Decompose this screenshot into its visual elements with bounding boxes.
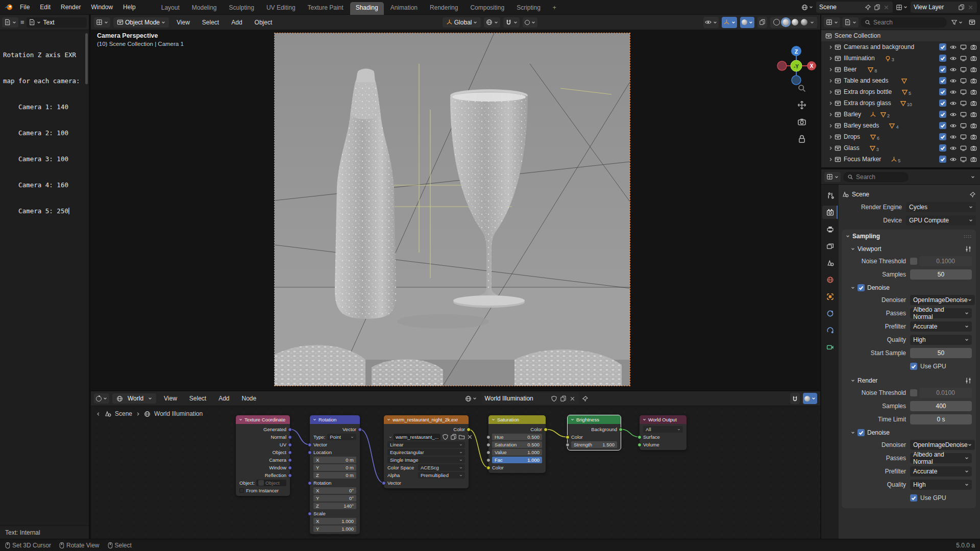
output-target-dropdown[interactable]: All bbox=[643, 426, 683, 433]
output-socket-object[interactable] bbox=[288, 450, 292, 455]
workspace-tab-texture-paint[interactable]: Texture Paint bbox=[302, 2, 349, 15]
hide-icon[interactable] bbox=[950, 78, 957, 84]
mode-selector[interactable]: Object Mode bbox=[113, 17, 169, 28]
tab-object-data-camera[interactable] bbox=[822, 340, 838, 354]
node-environment-texture[interactable]: warm_restaurant_night_2k.exr Color warm_… bbox=[384, 415, 469, 488]
render-noise-threshold-checkbox[interactable] bbox=[910, 389, 917, 396]
expand-icon[interactable] bbox=[828, 79, 833, 83]
hide-icon[interactable] bbox=[950, 134, 957, 140]
sliders-icon[interactable] bbox=[965, 245, 972, 253]
node-saturation[interactable]: Saturation Color Hue0.500 Saturation0.50… bbox=[488, 415, 546, 473]
output-socket-generated[interactable] bbox=[288, 428, 292, 432]
viewport-canvas[interactable]: Camera Perspective (10) Scene Collection… bbox=[91, 30, 820, 390]
alpha-dropdown[interactable]: Premultiplied bbox=[418, 472, 465, 479]
saturation-field[interactable]: Saturation0.500 bbox=[492, 441, 542, 448]
viewport-disable-icon[interactable] bbox=[960, 122, 967, 129]
world-browse-button[interactable] bbox=[463, 394, 479, 403]
tab-physics[interactable] bbox=[822, 307, 838, 320]
viewport-disable-icon[interactable] bbox=[960, 100, 967, 107]
navigation-gizmo[interactable]: Z X -Y bbox=[775, 44, 818, 87]
viewport-disable-icon[interactable] bbox=[960, 156, 967, 163]
blender-logo-icon[interactable] bbox=[4, 3, 13, 11]
workspace-tab-shading[interactable]: Shading bbox=[350, 2, 384, 15]
render-prefilter-dropdown[interactable]: Accurate bbox=[910, 466, 972, 477]
outliner-display-mode[interactable] bbox=[824, 17, 840, 28]
viewport-disable-icon[interactable] bbox=[960, 111, 967, 118]
collection-checkbox[interactable] bbox=[939, 144, 946, 152]
show-overlays-toggle[interactable] bbox=[740, 17, 754, 28]
outliner-row[interactable]: Barley 2 bbox=[821, 109, 980, 120]
expand-icon[interactable] bbox=[828, 90, 833, 94]
show-gizmo-toggle[interactable] bbox=[722, 17, 737, 28]
scale-y-field[interactable]: Y1.000 bbox=[313, 525, 356, 532]
menu-edit[interactable]: Edit bbox=[35, 2, 55, 12]
outliner-row[interactable]: Illumination 3 bbox=[821, 53, 980, 64]
sampling-panel-header[interactable]: Sampling:::: bbox=[842, 230, 976, 243]
viewport-disable-icon[interactable] bbox=[960, 145, 967, 152]
render-noise-threshold-value[interactable]: 0.0100 bbox=[919, 388, 972, 398]
shading-rendered-button[interactable] bbox=[801, 19, 807, 26]
output-socket-color[interactable] bbox=[467, 428, 471, 432]
world-datablock-field[interactable]: World Illumination bbox=[482, 393, 579, 404]
workspace-tab-animation[interactable]: Animation bbox=[385, 2, 423, 15]
expand-icon[interactable] bbox=[828, 157, 833, 162]
output-socket-camera[interactable] bbox=[288, 458, 292, 462]
outliner-row[interactable]: Barley seeds 4 bbox=[821, 120, 980, 131]
viewport-disable-icon[interactable] bbox=[960, 55, 967, 62]
zoom-tool-icon[interactable] bbox=[797, 84, 806, 93]
shading-solid-button[interactable] bbox=[782, 19, 789, 26]
proportional-editing-toggle[interactable] bbox=[523, 17, 537, 28]
render-use-gpu-checkbox[interactable] bbox=[910, 494, 917, 502]
hide-icon[interactable] bbox=[950, 66, 957, 73]
collection-checkbox[interactable] bbox=[939, 88, 946, 95]
fake-user-shield-icon[interactable] bbox=[442, 434, 449, 440]
render-disable-icon[interactable] bbox=[970, 122, 977, 129]
output-socket-background[interactable] bbox=[619, 428, 623, 432]
editor-type-selector[interactable] bbox=[94, 393, 109, 404]
collection-checkbox[interactable] bbox=[939, 77, 946, 84]
new-scene-icon[interactable] bbox=[874, 4, 880, 11]
tab-object[interactable] bbox=[822, 290, 838, 303]
input-socket-vector[interactable] bbox=[308, 443, 312, 447]
node-texture-coordinate[interactable]: Texture Coordinate Generated Normal UV O… bbox=[236, 415, 290, 496]
projection-dropdown[interactable]: Equirectangular bbox=[387, 449, 465, 456]
expand-icon[interactable] bbox=[828, 123, 833, 128]
pin-icon[interactable] bbox=[865, 4, 871, 11]
outliner-search-input[interactable]: Search bbox=[861, 17, 947, 28]
workspace-tab-rendering[interactable]: Rendering bbox=[424, 2, 463, 15]
node-world-output[interactable]: World Output All Surface Volume bbox=[640, 415, 687, 450]
expand-icon[interactable] bbox=[828, 146, 833, 151]
input-socket-color[interactable] bbox=[486, 466, 491, 470]
workspace-tab-compositing[interactable]: Compositing bbox=[464, 2, 510, 15]
viewport-disable-icon[interactable] bbox=[960, 89, 967, 95]
outliner-row[interactable]: Glass 3 bbox=[821, 142, 980, 154]
render-disable-icon[interactable] bbox=[970, 89, 977, 95]
text-editor-scrollbar[interactable] bbox=[85, 33, 88, 84]
shader-type-selector[interactable]: World bbox=[112, 393, 156, 404]
viewport-quality-dropdown[interactable]: High bbox=[910, 335, 972, 345]
outliner-row[interactable]: Table and seeds bbox=[821, 75, 980, 86]
rotation-y-field[interactable]: Y0° bbox=[313, 495, 356, 502]
location-x-field[interactable]: X0 m bbox=[313, 457, 356, 463]
image-name-field[interactable]: warm_restaurant_... bbox=[394, 434, 440, 440]
render-quality-dropdown[interactable]: High bbox=[910, 480, 972, 490]
location-y-field[interactable]: Y0 m bbox=[313, 464, 356, 471]
render-disable-icon[interactable] bbox=[970, 100, 977, 107]
render-denoise-checkbox[interactable] bbox=[857, 429, 865, 436]
overlays-toggle[interactable] bbox=[803, 393, 817, 404]
render-subpanel-header[interactable]: Render bbox=[842, 374, 976, 387]
menu-render[interactable]: Render bbox=[56, 2, 85, 12]
tab-view-layer[interactable] bbox=[822, 239, 838, 253]
snap-toggle[interactable] bbox=[790, 393, 800, 404]
viewport-samples-value[interactable]: 50 bbox=[910, 269, 972, 280]
scene-browse-button[interactable] bbox=[799, 3, 815, 12]
outliner-filter-mode[interactable] bbox=[842, 17, 859, 28]
location-z-field[interactable]: Z0 m bbox=[313, 472, 356, 479]
transform-orientation-selector[interactable]: Global bbox=[443, 17, 481, 28]
viewport-disable-icon[interactable] bbox=[960, 66, 967, 73]
object-picker-field[interactable]: Object bbox=[256, 480, 286, 486]
fac-field[interactable]: Fac1.000 bbox=[492, 457, 542, 463]
shading-wireframe-button[interactable] bbox=[773, 19, 780, 26]
hide-icon[interactable] bbox=[950, 122, 957, 129]
menu-select[interactable]: Select bbox=[185, 393, 211, 404]
